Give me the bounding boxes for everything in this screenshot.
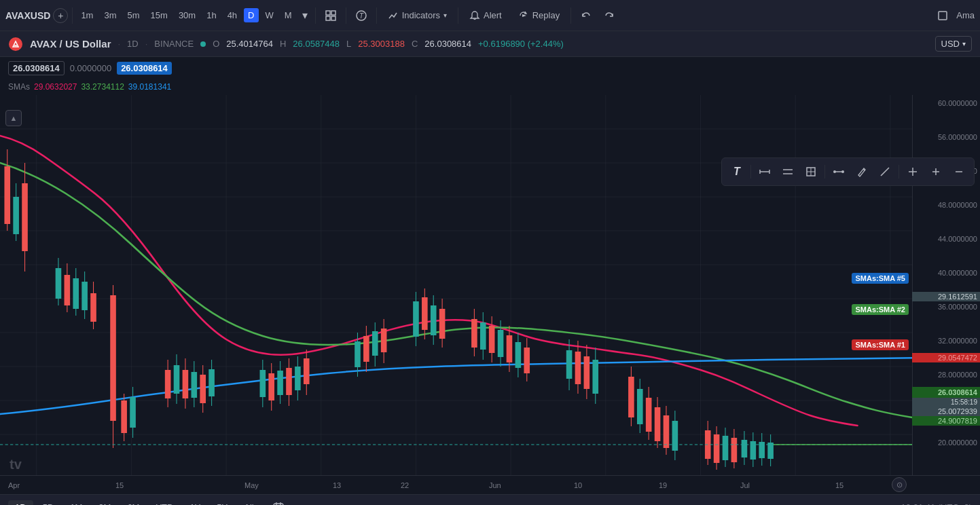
svg-rect-76 [355, 341, 361, 367]
svg-rect-46 [110, 295, 116, 421]
drawing-toolbar: T [721, 157, 975, 186]
interval-label: 1D [127, 39, 139, 49]
change-value: +0.6196890 (+2.44%) [478, 39, 564, 49]
sma-label: SMAs [8, 82, 30, 92]
svg-rect-60 [200, 375, 206, 403]
plus-button[interactable] [925, 161, 947, 183]
period-5d[interactable]: 5D [36, 500, 61, 505]
svg-rect-70 [286, 368, 292, 395]
close-value: 26.0308614 [424, 39, 471, 49]
sma-val2: 33.2734112 [81, 82, 124, 92]
text-draw-button[interactable]: T [726, 161, 748, 183]
svg-rect-112 [592, 360, 598, 394]
bid-price-badge: 26.0308614 [117, 62, 172, 75]
tf-1m[interactable]: 1m [77, 8, 97, 22]
tf-1h[interactable]: 1h [202, 8, 220, 22]
separator [570, 7, 571, 24]
tf-W[interactable]: W [261, 8, 278, 22]
parallel-lines-button[interactable] [777, 161, 799, 183]
period-3m[interactable]: 3M [92, 500, 117, 505]
period-1m[interactable]: 1M [63, 500, 89, 505]
ticker-label[interactable]: AVAXUSD [5, 10, 50, 21]
template-button[interactable]: T [350, 5, 372, 26]
redo-button[interactable] [598, 5, 620, 26]
open-value: 25.4014764 [226, 39, 273, 49]
clock-display: 10:01:41 (UTC+2) [901, 502, 972, 505]
price-level-29-0: 29.0547472 [912, 353, 980, 362]
tf-M[interactable]: M [280, 8, 296, 22]
symbol-separator: · [117, 39, 120, 49]
chart-area[interactable]: T 60.0000000 5 [0, 95, 980, 475]
undo-button[interactable] [575, 5, 597, 26]
symbol-name[interactable]: AVAX / US Dollar [30, 38, 111, 50]
svg-text:tv: tv [10, 457, 22, 472]
measure-button[interactable] [828, 161, 850, 183]
indicators-dropdown-icon: ▾ [443, 12, 447, 19]
currency-dropdown[interactable]: USD ▾ [935, 36, 972, 52]
svg-rect-90 [439, 309, 446, 339]
period-1d[interactable]: 1D [8, 500, 33, 505]
price-tick-56: 56.0000000 [938, 133, 977, 141]
cross-button[interactable] [902, 161, 924, 183]
svg-rect-42 [81, 282, 88, 310]
horizontal-line-button[interactable] [754, 161, 776, 183]
svg-rect-114 [628, 377, 634, 417]
period-5y[interactable]: 5Y [210, 500, 234, 505]
diagonal-line-button[interactable] [874, 161, 896, 183]
sma-val3: 39.0181341 [128, 82, 171, 92]
separator [376, 7, 377, 24]
fullscreen-button[interactable] [932, 5, 954, 26]
alert-button[interactable]: Alert [462, 7, 509, 24]
live-indicator [200, 41, 206, 47]
tf-D[interactable]: D [244, 8, 258, 22]
svg-rect-80 [372, 331, 378, 356]
tf-5m[interactable]: 5m [124, 8, 144, 22]
price-row: 26.0308614 0.0000000 26.0308614 [0, 57, 980, 79]
open-label: O [213, 39, 219, 49]
low-label: L [346, 39, 351, 49]
chart-layout-button[interactable] [320, 5, 342, 26]
more-timeframes-button[interactable]: ▾ [299, 10, 311, 22]
sma1-right-label: SMAs:SMA #1 [852, 339, 909, 350]
bottom-toolbar: 1D 5D 1M 3M 6M YTD 1Y 5Y All 10:01:41 (U… [0, 494, 980, 505]
currency-label: USD [941, 39, 960, 49]
svg-rect-7 [939, 12, 947, 20]
svg-rect-82 [381, 329, 387, 352]
period-6m[interactable]: 6M [120, 500, 146, 505]
username-label: Ama [956, 10, 975, 20]
tf-15m[interactable]: 15m [147, 8, 172, 22]
tf-30m[interactable]: 30m [175, 8, 200, 22]
period-1y[interactable]: 1Y [183, 500, 207, 505]
gann-box-button[interactable] [800, 161, 822, 183]
svg-rect-68 [277, 371, 283, 395]
svg-rect-134 [742, 440, 748, 457]
sma-row: SMAs 29.0632027 33.2734112 39.0181341 [0, 79, 980, 95]
minus-button[interactable] [948, 161, 970, 183]
current-price-label: 26.0308614 [912, 387, 980, 398]
date-range-button[interactable] [269, 498, 288, 506]
period-ytd[interactable]: YTD [149, 500, 180, 505]
pen-button[interactable] [851, 161, 873, 183]
tf-4h[interactable]: 4h [223, 8, 241, 22]
user-area[interactable]: Ama [956, 10, 975, 20]
svg-rect-100 [507, 335, 513, 362]
indicators-button[interactable]: Indicators ▾ [381, 7, 454, 24]
svg-rect-36 [56, 268, 62, 299]
svg-rect-136 [750, 441, 757, 460]
svg-rect-56 [183, 370, 189, 398]
price-tick-40: 40.0000000 [938, 269, 977, 277]
tf-3m[interactable]: 3m [100, 8, 120, 22]
svg-rect-48 [121, 400, 127, 433]
symbol-separator2: · [145, 39, 148, 49]
scroll-to-end-button[interactable]: ⊙ [892, 477, 907, 492]
price-tick-28: 28.0000000 [938, 371, 977, 379]
add-symbol-button[interactable]: + [53, 8, 68, 23]
collapse-button[interactable]: ▲ [5, 110, 22, 126]
replay-button[interactable]: Replay [511, 7, 566, 24]
period-all[interactable]: All [237, 500, 260, 505]
price-24-label: 24.9007819 [912, 416, 980, 426]
svg-rect-58 [192, 372, 198, 398]
separator [72, 7, 73, 24]
zero-value: 0.0000000 [70, 63, 111, 73]
time-label-jul: Jul [740, 481, 750, 489]
